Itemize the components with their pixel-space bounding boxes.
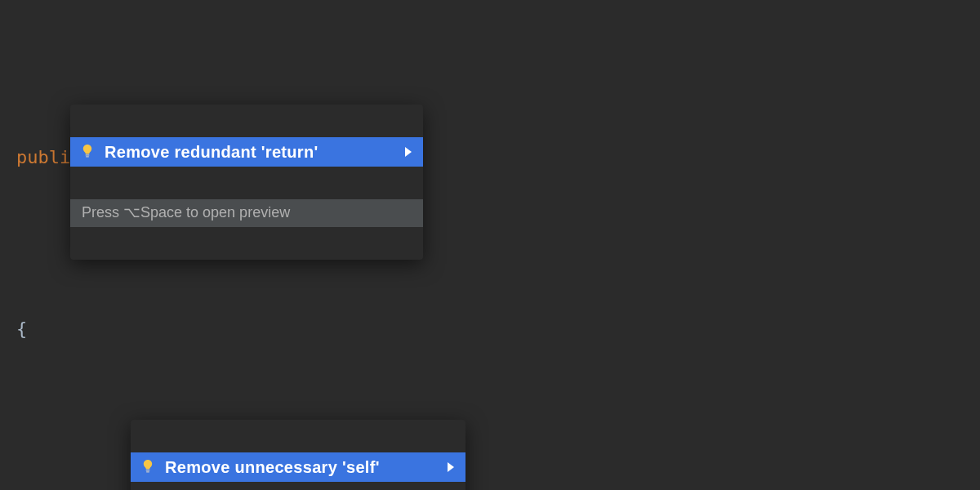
- quick-fix-popup[interactable]: Remove unnecessary 'self' Press ⌥Space t…: [131, 420, 466, 490]
- svg-rect-1: [86, 156, 89, 157]
- code-editor[interactable]: public var endIndex: Index { return data…: [0, 0, 980, 490]
- svg-rect-0: [86, 154, 90, 155]
- keyboard-shortcut: ⌥Space: [123, 204, 182, 220]
- lightbulb-icon: [140, 460, 155, 474]
- quick-fix-label: Remove unnecessary 'self': [165, 459, 380, 475]
- code-line: {: [16, 312, 980, 346]
- lightbulb-icon: [80, 145, 95, 159]
- quick-fix-label: Remove redundant 'return': [105, 144, 318, 160]
- hint-text: Press: [82, 204, 123, 220]
- submenu-arrow-icon: [448, 462, 454, 472]
- submenu-arrow-icon: [405, 147, 412, 157]
- svg-rect-3: [146, 471, 149, 472]
- svg-rect-2: [146, 470, 150, 470]
- token-brace: {: [16, 318, 27, 339]
- hint-text: to open preview: [182, 204, 290, 220]
- quick-fix-hint: Press ⌥Space to open preview: [70, 199, 423, 227]
- quick-fix-popup[interactable]: Remove redundant 'return' Press ⌥Space t…: [70, 105, 423, 260]
- quick-fix-item[interactable]: Remove unnecessary 'self': [131, 452, 466, 482]
- quick-fix-item[interactable]: Remove redundant 'return': [70, 137, 423, 167]
